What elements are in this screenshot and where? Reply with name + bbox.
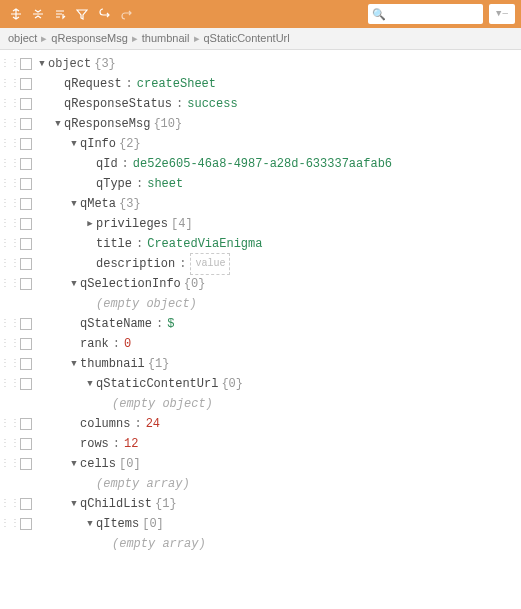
colon: : [136,234,143,254]
node-count: {1} [148,354,170,374]
node-key[interactable]: qMeta [80,194,116,214]
toggle-icon[interactable]: ▼ [84,514,96,534]
checkbox[interactable] [20,198,32,210]
checkbox[interactable] [20,318,32,330]
node-key[interactable]: qSelectionInfo [80,274,181,294]
breadcrumb-item[interactable]: qResponseMsg [51,32,127,44]
drag-handle-icon[interactable]: ⋮⋮ [0,194,20,214]
node-key[interactable]: rows [80,434,109,454]
node-key[interactable]: title [96,234,132,254]
node-key[interactable]: qResponseStatus [64,94,172,114]
drag-handle-icon[interactable]: ⋮⋮ [0,214,20,234]
checkbox[interactable] [20,118,32,130]
drag-handle-icon[interactable]: ⋮⋮ [0,314,20,334]
checkbox[interactable] [20,178,32,190]
breadcrumb-item[interactable]: object [8,32,37,44]
checkbox[interactable] [20,58,32,70]
toggle-icon[interactable]: ▼ [36,54,48,74]
checkbox[interactable] [20,378,32,390]
drag-handle-icon[interactable]: ⋮⋮ [0,494,20,514]
toggle-icon[interactable]: ▼ [68,454,80,474]
checkbox[interactable] [20,158,32,170]
checkbox[interactable] [20,278,32,290]
drag-handle-icon[interactable]: ⋮⋮ [0,154,20,174]
node-key[interactable]: qItems [96,514,139,534]
checkbox[interactable] [20,338,32,350]
collapse-all-icon[interactable] [28,4,48,24]
node-key[interactable]: qResponseMsg [64,114,150,134]
node-key[interactable]: columns [80,414,130,434]
node-key[interactable]: privileges [96,214,168,234]
breadcrumb-item[interactable]: qStaticContentUrl [204,32,290,44]
colon: : [134,414,141,434]
search-box[interactable]: 🔍 [368,4,483,24]
checkbox[interactable] [20,98,32,110]
toggle-icon[interactable]: ▼ [68,354,80,374]
node-key[interactable]: qStaticContentUrl [96,374,218,394]
drag-handle-icon[interactable]: ⋮⋮ [0,94,20,114]
undo-icon[interactable] [94,4,114,24]
node-key[interactable]: qId [96,154,118,174]
checkbox[interactable] [20,218,32,230]
checkbox[interactable] [20,138,32,150]
drag-handle-icon[interactable]: ⋮⋮ [0,54,20,74]
drag-handle-icon[interactable]: ⋮⋮ [0,334,20,354]
checkbox[interactable] [20,498,32,510]
chevron-right-icon: ▸ [41,32,47,44]
tree-row: ⋮⋮qRequest:createSheet [0,74,521,94]
node-key[interactable]: qType [96,174,132,194]
node-key[interactable]: qChildList [80,494,152,514]
checkbox[interactable] [20,78,32,90]
node-key[interactable]: qInfo [80,134,116,154]
colon: : [113,434,120,454]
node-key[interactable]: qStateName [80,314,152,334]
drag-handle-icon[interactable]: ⋮⋮ [0,414,20,434]
node-key[interactable]: cells [80,454,116,474]
redo-icon[interactable] [116,4,136,24]
drag-handle-icon[interactable]: ⋮⋮ [0,74,20,94]
drag-handle-icon[interactable]: ⋮⋮ [0,254,20,274]
search-input[interactable] [389,8,469,20]
toggle-icon[interactable]: ▶ [84,214,96,234]
drag-handle-icon[interactable]: ⋮⋮ [0,134,20,154]
drag-handle-icon[interactable]: ⋮⋮ [0,174,20,194]
toggle-icon[interactable]: ▼ [68,134,80,154]
drag-handle-icon[interactable]: ⋮⋮ [0,514,20,534]
checkbox[interactable] [20,518,32,530]
toggle-icon[interactable]: ▼ [68,194,80,214]
drag-handle-icon[interactable]: ⋮⋮ [0,274,20,294]
checkbox[interactable] [20,358,32,370]
node-key[interactable]: qRequest [64,74,122,94]
checkbox[interactable] [20,418,32,430]
drag-handle-icon[interactable]: ⋮⋮ [0,114,20,134]
checkbox[interactable] [20,438,32,450]
node-key[interactable]: thumbnail [80,354,145,374]
filter-icon[interactable] [72,4,92,24]
drag-handle-icon[interactable]: ⋮⋮ [0,234,20,254]
checkbox[interactable] [20,458,32,470]
drag-handle-icon[interactable]: ⋮⋮ [0,374,20,394]
empty-placeholder: (empty array) [112,534,206,554]
dropdown-button[interactable] [489,4,515,24]
checkbox[interactable] [20,238,32,250]
node-key[interactable]: description [96,254,175,274]
sort-icon[interactable] [50,4,70,24]
node-value: de52e605-46a8-4987-a28d-633337aafab6 [133,154,392,174]
breadcrumb-item[interactable]: thumbnail [142,32,190,44]
toggle-icon[interactable]: ▼ [84,374,96,394]
toggle-icon[interactable]: ▼ [68,274,80,294]
node-key[interactable]: rank [80,334,109,354]
tree-row: ⋮⋮description:value [0,254,521,274]
empty-value-box[interactable]: value [190,253,230,275]
toggle-icon[interactable]: ▼ [52,114,64,134]
json-tree: ⋮⋮▼object {3}⋮⋮qRequest:createSheet⋮⋮qRe… [0,50,521,564]
expand-all-icon[interactable] [6,4,26,24]
tree-row: ⋮⋮qStateName:$ [0,314,521,334]
toggle-icon[interactable]: ▼ [68,494,80,514]
drag-handle-icon[interactable]: ⋮⋮ [0,454,20,474]
colon: : [179,254,186,274]
checkbox[interactable] [20,258,32,270]
tree-row: ⋮⋮title:CreatedViaEnigma [0,234,521,254]
drag-handle-icon[interactable]: ⋮⋮ [0,434,20,454]
drag-handle-icon[interactable]: ⋮⋮ [0,354,20,374]
